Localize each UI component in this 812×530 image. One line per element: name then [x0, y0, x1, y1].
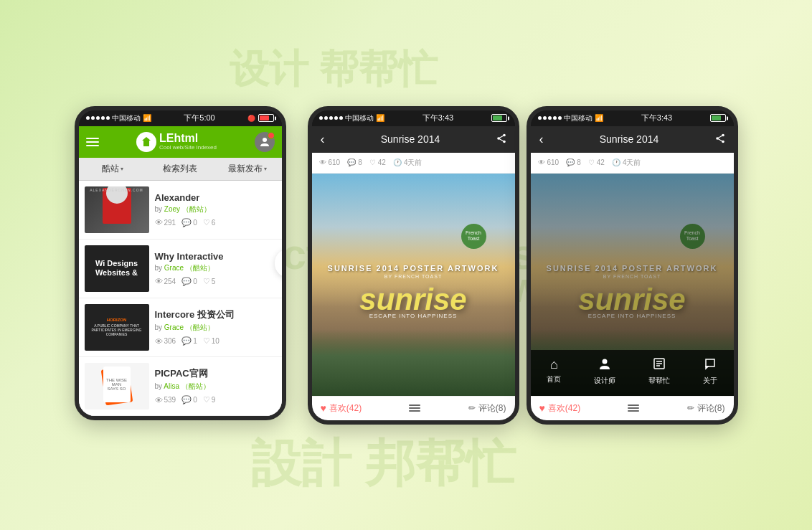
list-title-1: Alexander [155, 192, 276, 203]
views-stat-3: 👁 306 [155, 336, 176, 346]
help-label: 帮帮忙 [648, 376, 670, 386]
detail-comments-1: 💬 8 [347, 158, 362, 166]
list-item[interactable]: THE WISE MAN SAYS SO PICPAC官网 by Alisa （… [79, 357, 282, 416]
user-avatar[interactable] [255, 132, 275, 152]
dot3-5 [558, 116, 562, 120]
dot3-3 [548, 116, 552, 120]
list-item[interactable]: HORIZON A PUBLIC COMPANY THAT PARTICIPAT… [79, 298, 282, 357]
comments-count-4: 0 [193, 396, 197, 404]
status-right-3 [710, 114, 726, 122]
nav-item-latest[interactable]: 最新发布 ▾ [214, 158, 281, 180]
menu-line-b-3 [628, 410, 639, 412]
home-icon: ⌂ [550, 357, 558, 372]
list-item[interactable]: Wi DesignsWebsites & Why Interactive by … [79, 240, 282, 298]
signal-dots-1 [86, 116, 110, 120]
eye-icon-1: 👁 [155, 218, 163, 227]
sunrise-poster-1: SUNRISE 2014 POSTER ARTWORK BY FRENCH TO… [312, 174, 515, 396]
detail-time-1: 🕐 4天前 [393, 158, 422, 168]
nav-bar: 酷站 ▾ 检索列表 最新发布 ▾ [79, 158, 282, 181]
comment-button-1[interactable]: ✏ 评论(8) [468, 402, 506, 415]
dot2-3 [329, 116, 333, 120]
dot1 [86, 116, 90, 120]
detail-views-1: 👁 610 [319, 158, 341, 166]
heart-icon-btn-1: ♥ [321, 402, 326, 414]
thumb-intercore: HORIZON A PUBLIC COMPANY THAT PARTICIPAT… [85, 304, 149, 351]
nav-overlay: ⌂ 首页 设计师 [531, 350, 734, 396]
nav-about[interactable]: 关于 [703, 357, 717, 386]
thumb-wi-text: Wi DesignsWebsites & [95, 259, 138, 278]
poster-tagline-1: ESCAPE INTO HAPPINESS [369, 313, 458, 319]
comment-label-1: 评论(8) [478, 402, 506, 415]
likes-stat-1: ♡ 6 [203, 218, 216, 227]
menu-button-1[interactable] [409, 404, 420, 412]
menu-line-b-1 [628, 404, 639, 406]
nav-cool-label: 酷站 [102, 163, 119, 175]
views-count-2: 254 [164, 278, 176, 285]
nav-help[interactable]: 帮帮忙 [648, 357, 670, 386]
eye-icon-d1: 👁 [319, 158, 326, 166]
eye-icon-3: 👁 [155, 337, 163, 346]
home-label: 首页 [547, 374, 561, 384]
views-count-4: 539 [164, 396, 176, 404]
poster-image-1: SUNRISE 2014 POSTER ARTWORK BY FRENCH TO… [312, 174, 515, 396]
list-item[interactable]: ALEXANDERCHEN.COM Alexander by Zoey （酷站）… [79, 181, 282, 240]
status-left-3: 中国移动 📶 [538, 113, 603, 123]
share-button-2[interactable] [715, 133, 725, 146]
status-left-1: 中国移动 📶 [86, 113, 151, 123]
comments-stat-3: 💬 1 [181, 336, 197, 346]
comments-d2: 8 [577, 158, 581, 166]
list-info-4: PICPAC官网 by Alisa （酷站） 👁 539 💬 0 [155, 367, 276, 404]
like-button-2[interactable]: ♥ 喜欢(42) [539, 402, 581, 415]
heart-icon-3: ♡ [203, 336, 210, 346]
about-label: 关于 [703, 376, 717, 386]
logo-text: LEhtml Cool web/Site Indexed [159, 132, 217, 151]
author-name-3: Grace [164, 323, 184, 331]
logo-main-text: LEhtml [159, 132, 217, 145]
heart-icon-2: ♡ [203, 277, 210, 286]
thumb-picpac: THE WISE MAN SAYS SO [85, 363, 149, 410]
status-right-2 [491, 114, 507, 122]
comment-button-2[interactable]: ✏ 评论(8) [687, 402, 725, 415]
battery-fill-1 [260, 115, 269, 120]
svg-point-12 [603, 359, 608, 364]
like-button-1[interactable]: ♥ 喜欢(42) [321, 402, 362, 415]
list-container: ALEXANDERCHEN.COM Alexander by Zoey （酷站）… [79, 181, 282, 416]
nav-item-search[interactable]: 检索列表 [146, 158, 214, 180]
comments-d1: 8 [358, 158, 362, 166]
nav-latest-label: 最新发布 [228, 163, 263, 175]
h-line-2 [86, 141, 99, 143]
phone-detail-1: 中国移动 📶 下午3:43 ‹ Sunrise 2014 [308, 106, 519, 425]
heart-icon-1: ♡ [203, 218, 210, 227]
comment-icon-4: 💬 [181, 395, 192, 404]
author-name-2: Grace [164, 264, 184, 272]
list-author-3: by Grace （酷站） [155, 323, 276, 333]
list-stats-4: 👁 539 💬 0 ♡ 9 [155, 395, 276, 404]
detail-title-2: Sunrise 2014 [544, 133, 715, 145]
svg-point-1 [263, 138, 267, 142]
views-stat-1: 👁 291 [155, 218, 176, 227]
hamburger-button[interactable] [86, 138, 99, 146]
poster-title-2: SUNRISE 2014 POSTER ARTWORK [547, 264, 718, 273]
about-icon [704, 357, 717, 374]
nav-item-cool[interactable]: 酷站 ▾ [79, 158, 146, 180]
phone-list: 中国移动 📶 下午5:00 🔴 [75, 106, 286, 420]
author-tag-3: （酷站） [186, 323, 214, 331]
dot3 [96, 116, 100, 120]
thumb-alexander: ALEXANDERCHEN.COM [85, 186, 149, 233]
comment-icon-d1: 💬 [347, 158, 356, 166]
poster-title-1: SUNRISE 2014 POSTER ARTWORK [328, 264, 499, 273]
nav-home[interactable]: ⌂ 首页 [547, 357, 561, 386]
views-count-1: 291 [164, 219, 176, 227]
share-button-1[interactable] [496, 133, 506, 146]
wifi-icon-2: 📶 [376, 114, 384, 122]
app-header-1: LEhtml Cool web/Site Indexed [79, 126, 282, 158]
nav-designer[interactable]: 设计师 [594, 357, 615, 386]
poster-tagline-2: ESCAPE INTO HAPPINESS [588, 313, 676, 319]
comment-icon-2: 💬 [181, 277, 192, 286]
edit-icon-2: ✏ [687, 403, 694, 413]
eye-icon-2: 👁 [155, 277, 163, 285]
comment-icon-d2: 💬 [566, 158, 575, 166]
svg-line-5 [499, 135, 504, 138]
menu-button-2[interactable] [628, 404, 639, 412]
list-info-2: Why Interactive by Grace （酷站） 👁 254 💬 0 [155, 251, 276, 286]
